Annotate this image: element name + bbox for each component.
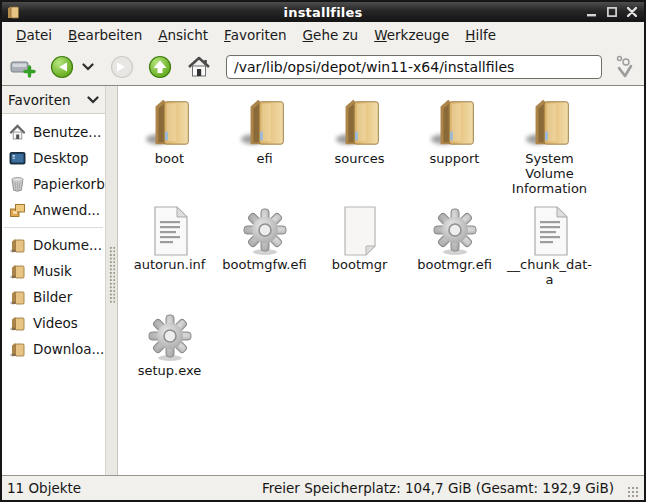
history-dropdown[interactable]	[78, 61, 98, 73]
folder-icon	[9, 289, 26, 306]
sidebar-item-downloads[interactable]: Downloa...	[2, 336, 105, 362]
sidebar-item-benutzer[interactable]: Benutze...	[2, 119, 105, 145]
chevron-down-icon	[87, 96, 99, 104]
desktop-icon	[9, 150, 26, 167]
file-item-system-volume-information[interactable]: System Volume Information	[502, 92, 597, 198]
menu-gehe-zu[interactable]: Gehe zu	[295, 24, 367, 46]
object-count: 11 Objekte	[7, 480, 262, 496]
sidebar-item-videos[interactable]: Videos	[2, 310, 105, 336]
file-label: setup.exe	[138, 364, 202, 379]
folder-icon	[143, 92, 197, 150]
sidebar-item-label: Videos	[33, 315, 78, 331]
text-file-icon	[528, 198, 572, 256]
minimize-button[interactable]	[586, 7, 597, 18]
home-button[interactable]	[184, 53, 214, 81]
folder-icon	[333, 92, 387, 150]
sidebar-item-label: Dokume...	[33, 237, 102, 253]
file-item-support[interactable]: support	[407, 92, 502, 198]
file-item-autorun-inf[interactable]: autorun.inf	[122, 198, 217, 304]
statusbar: 11 Objekte Freier Speicherplatz: 104,7 G…	[2, 475, 644, 500]
sidebar-separator	[4, 227, 103, 228]
sidebar-item-label: Downloa...	[33, 341, 104, 357]
sidebar: Favoriten Benutze... Desktop	[2, 86, 105, 475]
sidebar-item-label: Desktop	[33, 150, 89, 166]
menu-favoriten[interactable]: Favoriten	[216, 24, 295, 46]
sidebar-item-anwendungen[interactable]: Anwend...	[2, 197, 105, 223]
sidebar-list: Benutze... Desktop Papierkorb	[2, 114, 105, 475]
gear-icon	[431, 198, 479, 256]
trash-icon	[9, 176, 26, 193]
gear-icon	[146, 304, 194, 362]
sidebar-item-label: Anwend...	[33, 202, 100, 218]
free-space-info: Freier Speicherplatz: 104,7 GiB (Gesamt:…	[262, 480, 614, 496]
file-label: boot	[155, 152, 184, 167]
view-mode-button[interactable]	[612, 52, 638, 82]
sidebar-item-bilder[interactable]: Bilder	[2, 284, 105, 310]
applications-icon	[9, 202, 26, 219]
window-title: installfiles	[2, 5, 644, 20]
text-file-icon	[148, 198, 192, 256]
titlebar[interactable]: installfiles	[2, 2, 644, 22]
file-item-boot[interactable]: boot	[122, 92, 217, 198]
folder-icon	[9, 341, 26, 358]
folder-icon	[9, 263, 26, 280]
folder-icon	[9, 237, 26, 254]
folder-icon	[238, 92, 292, 150]
folder-icon	[428, 92, 482, 150]
sidebar-item-label: Benutze...	[33, 124, 101, 140]
up-button[interactable]	[146, 53, 174, 81]
sidebar-mode-selector[interactable]: Favoriten	[2, 86, 105, 114]
file-label: bootmgr.efi	[417, 258, 492, 273]
folder-icon	[9, 315, 26, 332]
sidebar-item-papierkorb[interactable]: Papierkorb	[2, 171, 105, 197]
home-icon	[9, 124, 26, 141]
sidebar-item-dokumente[interactable]: Dokume...	[2, 232, 105, 258]
maximize-button[interactable]	[606, 7, 617, 18]
resize-grip[interactable]	[627, 486, 639, 498]
path-input[interactable]	[226, 55, 602, 79]
menu-werkzeuge[interactable]: Werkzeuge	[366, 24, 457, 46]
menu-ansicht[interactable]: Ansicht	[150, 24, 216, 46]
sidebar-item-desktop[interactable]: Desktop	[2, 145, 105, 171]
file-label: __chunk_dat- a	[507, 258, 592, 288]
file-item-bootmgr[interactable]: bootmgr	[312, 198, 407, 304]
file-item-setup-exe[interactable]: setup.exe	[122, 304, 217, 410]
file-label: bootmgr	[332, 258, 388, 273]
folder-icon	[523, 92, 577, 150]
file-item-sources[interactable]: sources	[312, 92, 407, 198]
menu-bearbeiten[interactable]: Bearbeiten	[60, 24, 150, 46]
file-item-efi[interactable]: efi	[217, 92, 312, 198]
menu-datei[interactable]: Datei	[8, 24, 60, 46]
file-label: System Volume Information	[512, 152, 587, 196]
toolbar	[2, 48, 644, 85]
menubar: Datei Bearbeiten Ansicht Favoriten Gehe …	[2, 22, 644, 48]
plain-file-icon	[339, 198, 381, 256]
forward-button[interactable]	[108, 53, 136, 81]
file-label: sources	[335, 152, 385, 167]
new-tab-button[interactable]	[8, 53, 38, 81]
sidebar-item-label: Bilder	[33, 289, 72, 305]
file-item-chunk-data[interactable]: __chunk_dat- a	[502, 198, 597, 304]
sidebar-header-label: Favoriten	[8, 92, 71, 108]
sidebar-item-label: Musik	[33, 263, 72, 279]
file-item-bootmgfw-efi[interactable]: bootmgfw.efi	[217, 198, 312, 304]
file-manager-window: installfiles Datei Bearbeiten Ansicht Fa…	[0, 0, 646, 502]
menu-hilfe[interactable]: Hilfe	[457, 24, 504, 46]
file-label: autorun.inf	[134, 258, 206, 273]
pane-splitter[interactable]	[105, 86, 118, 475]
content-area: Favoriten Benutze... Desktop	[2, 85, 644, 475]
back-button[interactable]	[48, 53, 76, 81]
file-label: bootmgfw.efi	[222, 258, 306, 273]
file-label: support	[430, 152, 480, 167]
close-button[interactable]	[626, 7, 637, 18]
splitter-grip-icon	[109, 246, 115, 304]
file-view[interactable]: boot efi	[118, 86, 644, 475]
sidebar-item-musik[interactable]: Musik	[2, 258, 105, 284]
file-label: efi	[256, 152, 272, 167]
gear-icon	[241, 198, 289, 256]
file-item-bootmgr-efi[interactable]: bootmgr.efi	[407, 198, 502, 304]
sidebar-item-label: Papierkorb	[33, 176, 105, 192]
